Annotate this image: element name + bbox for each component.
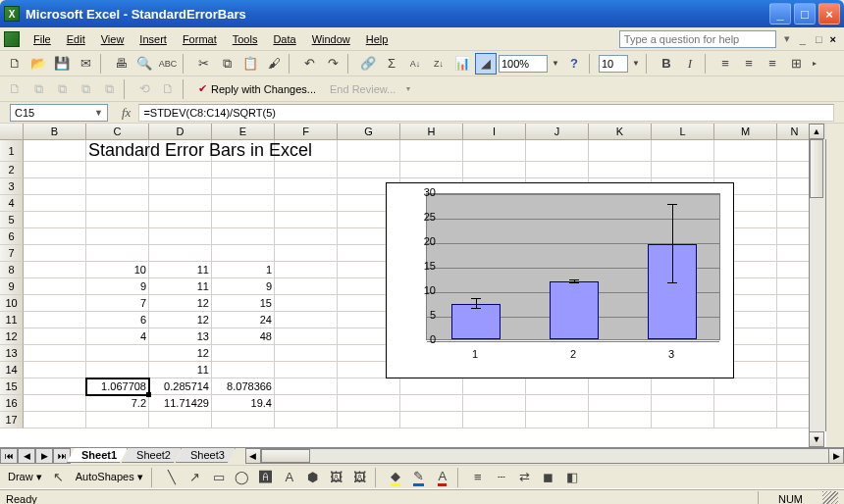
mdi-close[interactable]: × [826,33,840,45]
row-header-17[interactable]: 17 [0,412,24,428]
cell-M17[interactable] [714,412,777,428]
resize-grip[interactable] [822,491,838,505]
sort-asc-icon[interactable]: A↓ [404,53,426,75]
tab-prev-icon[interactable]: ◀ [18,448,35,464]
bold-icon[interactable]: B [656,53,677,75]
cell-I1[interactable] [463,140,526,162]
row-header-10[interactable]: 10 [0,295,24,312]
sheet-tab-sheet3[interactable]: Sheet3 [176,448,236,463]
cell-C4[interactable] [86,195,149,212]
cell-B3[interactable] [24,178,86,195]
cell-E9[interactable]: 9 [212,278,275,295]
cell-N16[interactable] [777,395,813,412]
row-header-3[interactable]: 3 [0,178,24,195]
cell-K16[interactable] [589,395,652,412]
drawing-toolbar-icon[interactable]: ◢ [475,53,497,75]
cell-C8[interactable]: 10 [86,262,149,278]
cell-C14[interactable] [86,362,149,378]
cell-K15[interactable] [589,378,652,395]
cell-K2[interactable] [589,162,652,178]
vertical-scrollbar[interactable]: ▲ ▼ [809,124,826,447]
cell-N10[interactable] [777,295,813,312]
col-header-F[interactable]: F [275,124,338,139]
cell-D2[interactable] [149,162,212,178]
row-header-4[interactable]: 4 [0,195,24,212]
3d-icon[interactable]: ◧ [561,467,583,488]
cell-B6[interactable] [24,228,86,245]
cell-F6[interactable] [275,228,338,245]
cell-B10[interactable] [24,295,86,312]
plot-area[interactable] [426,193,720,340]
sort-desc-icon[interactable]: Z↓ [428,53,449,75]
fx-icon[interactable]: fx [114,105,138,121]
cell-H17[interactable] [400,412,463,428]
col-header-H[interactable]: H [400,124,463,139]
cell-M16[interactable] [714,395,777,412]
cell-D6[interactable] [149,228,212,245]
align-left-icon[interactable]: ≡ [714,53,736,75]
align-right-icon[interactable]: ≡ [762,53,783,75]
chart-bar-1[interactable] [451,304,501,339]
cell-E3[interactable] [212,178,275,195]
cell-C13[interactable] [86,345,149,362]
cell-D10[interactable]: 12 [149,295,212,312]
review-overflow-icon[interactable]: ▾ [403,78,413,100]
cell-H16[interactable] [400,395,463,412]
line-icon[interactable]: ╲ [161,467,183,488]
cell-D4[interactable] [149,195,212,212]
cell-I17[interactable] [463,412,526,428]
cell-D14[interactable]: 11 [149,362,212,378]
align-center-icon[interactable]: ≡ [738,53,760,75]
menu-format[interactable]: Format [175,31,225,47]
copy-icon[interactable]: ⧉ [216,53,237,75]
name-box-dropdown-icon[interactable]: ▼ [94,108,103,118]
cell-C10[interactable]: 7 [86,295,149,312]
name-box[interactable]: C15 ▼ [10,104,108,122]
row-header-7[interactable]: 7 [0,245,24,262]
cell-N2[interactable] [777,162,813,178]
cell-D9[interactable]: 11 [149,278,212,295]
cell-E8[interactable]: 1 [212,262,275,278]
col-header-G[interactable]: G [338,124,400,139]
cell-G15[interactable] [338,378,400,395]
cell-C12[interactable]: 4 [86,328,149,345]
cell-N8[interactable] [777,262,813,278]
cell-G2[interactable] [338,162,400,178]
cell-J15[interactable] [526,378,589,395]
cell-B16[interactable] [24,395,86,412]
cell-B9[interactable] [24,278,86,295]
cell-N3[interactable] [777,178,813,195]
cell-L15[interactable] [652,378,714,395]
cell-D15[interactable]: 0.285714 [149,378,212,395]
col-header-B[interactable]: B [24,124,86,139]
cell-F3[interactable] [275,178,338,195]
mdi-restore[interactable]: _ [798,33,808,45]
cut-icon[interactable]: ✂ [192,53,214,75]
cell-B13[interactable] [24,345,86,362]
menu-insert[interactable]: Insert [132,31,175,47]
col-header-I[interactable]: I [463,124,526,139]
cell-F8[interactable] [275,262,338,278]
arrow-icon[interactable]: ↗ [185,467,206,488]
cell-C2[interactable] [86,162,149,178]
col-header-C[interactable]: C [86,124,149,139]
print-preview-icon[interactable]: 🔍 [133,53,155,75]
mdi-minimize[interactable]: ▾ [782,32,792,45]
cell-C15[interactable]: 1.067708 [86,378,149,395]
autoshapes-menu[interactable]: AutoShapes ▾ [72,471,147,483]
cell-N15[interactable] [777,378,813,395]
cell-D13[interactable]: 12 [149,345,212,362]
row-header-1[interactable]: 1 [0,140,24,162]
cell-C11[interactable]: 6 [86,312,149,328]
cell-F7[interactable] [275,245,338,262]
cell-F12[interactable] [275,328,338,345]
cell-E5[interactable] [212,212,275,228]
cell-E14[interactable] [212,362,275,378]
paste-icon[interactable]: 📋 [239,53,261,75]
cell-B5[interactable] [24,212,86,228]
cell-F13[interactable] [275,345,338,362]
cell-D3[interactable] [149,178,212,195]
cell-M1[interactable] [714,140,777,162]
row-header-16[interactable]: 16 [0,395,24,412]
cell-B4[interactable] [24,195,86,212]
